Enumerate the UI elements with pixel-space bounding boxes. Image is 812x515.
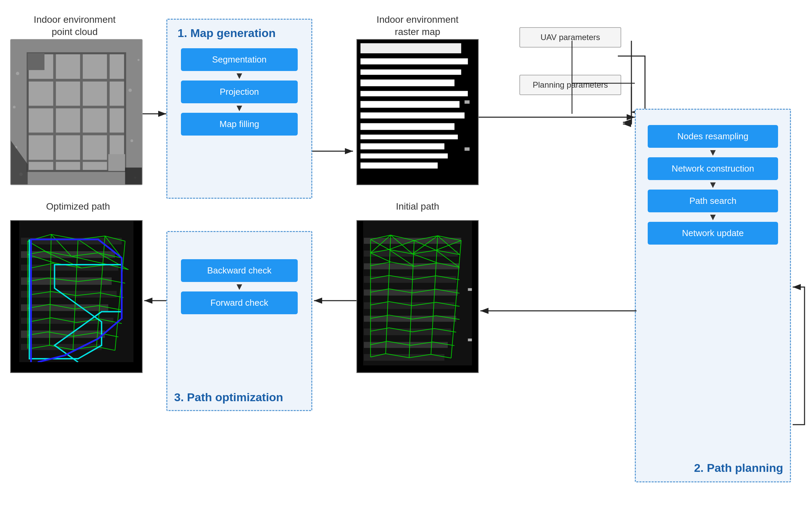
projection-btn[interactable]: Projection — [181, 81, 298, 103]
svg-point-15 — [130, 139, 133, 142]
planning-params-text: Planning parameters — [533, 80, 608, 89]
svg-rect-106 — [357, 366, 478, 372]
arrow-nodes-to-network: ▼ — [648, 148, 778, 157]
svg-rect-85 — [364, 342, 448, 348]
svg-rect-69 — [11, 221, 19, 372]
svg-point-14 — [128, 89, 132, 92]
svg-rect-86 — [364, 354, 444, 361]
uav-params-box: UAV parameters — [519, 27, 621, 48]
initial-path-label-text: Initial path — [396, 201, 439, 212]
raster-map-label-text: Indoor environmentraster map — [376, 14, 458, 37]
svg-rect-37 — [361, 154, 448, 159]
svg-rect-11 — [108, 154, 125, 171]
diagram-container: Indoor environment point cloud — [0, 0, 812, 515]
planning-params-box: Planning parameters — [519, 75, 621, 95]
svg-rect-27 — [361, 43, 461, 53]
map-gen-title: 1. Map generation — [178, 26, 276, 39]
svg-rect-30 — [361, 79, 455, 86]
path-optimization-box: Backward check ▼ Forward check 3. Path o… — [166, 231, 312, 411]
network-construction-btn[interactable]: Network construction — [648, 157, 778, 180]
uav-params-text: UAV parameters — [540, 33, 600, 42]
svg-rect-104 — [357, 221, 363, 372]
arrow-network-update-to-construction — [791, 285, 811, 428]
arrow-backward-to-forward: ▼ — [181, 282, 298, 291]
path-opt-title: 3. Path optimization — [174, 391, 283, 404]
segmentation-btn[interactable]: Segmentation — [181, 48, 298, 71]
svg-rect-33 — [361, 112, 465, 119]
point-cloud-svg — [11, 40, 142, 184]
arrow-proj-to-fill: ▼ — [181, 103, 298, 113]
svg-rect-28 — [361, 58, 475, 65]
planning-params-label: Planning parameters — [519, 75, 621, 95]
svg-rect-70 — [133, 221, 142, 372]
optimized-path-label: Optimized path — [17, 200, 139, 213]
uav-params-label: UAV parameters — [519, 27, 621, 48]
forward-check-label: Forward check — [210, 298, 269, 308]
arrow-pathopt-to-optimized — [143, 296, 170, 306]
initial-path-label: Initial path — [356, 200, 479, 213]
point-cloud-image — [10, 39, 143, 185]
path-search-btn[interactable]: Path search — [648, 190, 778, 212]
arrow-pc-to-mapgen — [143, 109, 170, 119]
svg-rect-38 — [361, 162, 438, 168]
initial-path-svg — [357, 221, 478, 372]
raster-map-label: Indoor environmentraster map — [353, 14, 482, 38]
svg-marker-21 — [125, 167, 142, 184]
arrow-raster-to-planning — [479, 112, 638, 122]
svg-marker-10 — [27, 53, 44, 70]
optimized-path-label-text: Optimized path — [46, 201, 110, 212]
svg-point-12 — [16, 72, 19, 75]
svg-rect-84 — [364, 328, 451, 335]
arrow-pathsearch-to-initial — [479, 306, 640, 316]
point-cloud-label: Indoor environment point cloud — [20, 14, 129, 38]
forward-check-btn[interactable]: Forward check — [181, 291, 298, 314]
svg-point-19 — [137, 59, 140, 61]
nodes-resampling-btn[interactable]: Nodes resampling — [648, 125, 778, 148]
svg-rect-35 — [361, 135, 458, 139]
svg-rect-108 — [468, 339, 472, 341]
svg-rect-105 — [472, 221, 478, 372]
svg-rect-107 — [468, 288, 472, 291]
network-update-label: Network update — [682, 228, 744, 238]
svg-rect-71 — [11, 362, 142, 372]
arrow-network-to-path: ▼ — [648, 180, 778, 190]
initial-path-image — [356, 220, 479, 373]
projection-label: Projection — [220, 87, 259, 97]
path-search-label: Path search — [689, 196, 737, 206]
arrow-mapgen-to-raster — [312, 146, 356, 156]
svg-marker-1 — [27, 53, 125, 171]
arrow-seg-to-proj: ▼ — [181, 71, 298, 81]
path-planning-title: 2. Path planning — [694, 461, 783, 474]
point-cloud-label-text: Indoor environment point cloud — [34, 14, 115, 37]
raster-map-svg — [357, 40, 478, 184]
svg-rect-31 — [361, 91, 468, 96]
svg-point-13 — [13, 106, 16, 108]
svg-rect-41 — [464, 100, 469, 104]
network-update-btn[interactable]: Network update — [648, 222, 778, 245]
svg-rect-36 — [361, 143, 444, 149]
svg-rect-50 — [21, 278, 112, 285]
segmentation-label: Segmentation — [212, 54, 266, 65]
svg-rect-40 — [357, 171, 478, 184]
svg-rect-29 — [361, 69, 461, 75]
optimized-path-svg — [11, 221, 142, 372]
arrow-path-to-network-update: ▼ — [648, 212, 778, 222]
backward-check-btn[interactable]: Backward check — [181, 259, 298, 282]
map-generation-box: 1. Map generation Segmentation ▼ Project… — [166, 19, 312, 199]
path-planning-box: Nodes resampling ▼ Network construction … — [635, 109, 791, 482]
raster-map-image — [356, 39, 479, 185]
optimized-path-image — [10, 220, 143, 373]
map-filling-btn[interactable]: Map filling — [181, 113, 298, 136]
backward-check-label: Backward check — [207, 265, 271, 276]
svg-rect-32 — [361, 101, 460, 108]
network-construction-label: Network construction — [672, 163, 754, 174]
svg-rect-42 — [464, 147, 469, 151]
svg-rect-34 — [361, 123, 455, 130]
svg-rect-52 — [21, 304, 108, 311]
nodes-resampling-label: Nodes resampling — [677, 131, 749, 142]
svg-rect-39 — [468, 40, 478, 184]
map-filling-label: Map filling — [219, 119, 259, 129]
